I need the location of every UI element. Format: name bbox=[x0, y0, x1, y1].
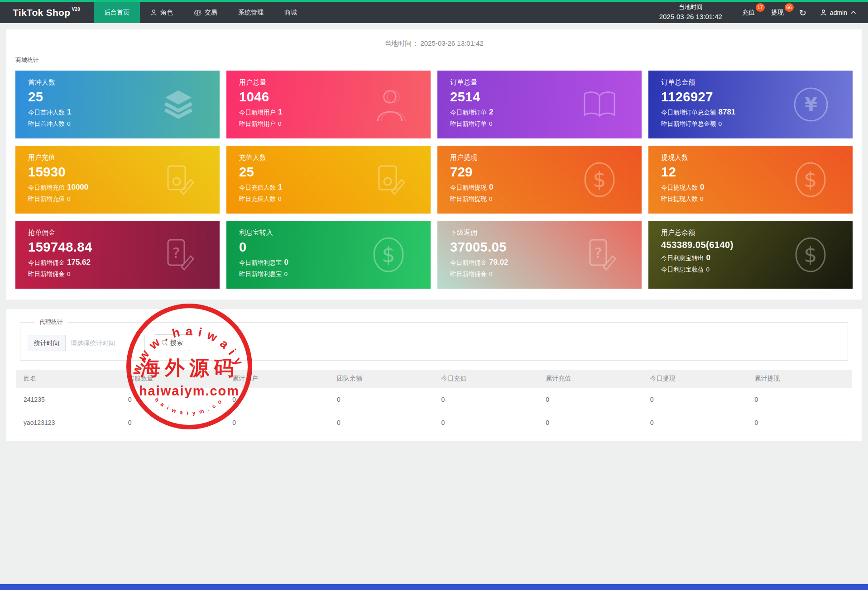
stat-card-user-total-balance: 用户总余额 453389.05(6140) 今日利息宝转出0 今日利息宝收益0 … bbox=[648, 221, 853, 289]
nav-item-transactions[interactable]: 交易 bbox=[183, 2, 228, 23]
stat-card-total-order-amount: 订单总金额 1126927 今日新增订单总金额8781 昨日新增订单总金额0 ¥ bbox=[648, 71, 853, 138]
question-pencil-icon: ? bbox=[163, 238, 196, 271]
card-line-label: 今日首冲人数 bbox=[28, 109, 65, 116]
card-title: 订单总金额 bbox=[661, 78, 853, 87]
column-header-total-users: 累计用户 bbox=[225, 370, 330, 388]
card-line-value: 2 bbox=[489, 108, 493, 116]
svg-text:$: $ bbox=[382, 243, 395, 267]
card-line-value: 0 bbox=[278, 195, 282, 202]
page-local-time-value: 2025-03-26 13:01:42 bbox=[420, 39, 483, 47]
withdraw-button[interactable]: 提现 66 bbox=[763, 2, 792, 23]
stat-card-total-orders: 订单总量 2514 今日新增订单2 昨日新增订单0 bbox=[437, 71, 642, 138]
local-time-label: 当地时间 bbox=[659, 3, 722, 12]
card-line-label: 昨日新增订单总金额 bbox=[661, 120, 716, 127]
card-line-label: 今日提现人数 bbox=[661, 184, 698, 191]
stat-time-input[interactable] bbox=[65, 335, 145, 351]
cell-value: 0 bbox=[434, 411, 539, 434]
stat-cards-grid: 首冲人数 25 今日首冲人数1 昨日首冲人数0 用户总量 1046 今日新增用户… bbox=[15, 71, 853, 289]
card-line-label: 昨日新增用户 bbox=[239, 120, 276, 127]
nav-local-time: 当地时间 2025-03-26 13:01:42 bbox=[659, 3, 722, 22]
card-line-label: 昨日首冲人数 bbox=[28, 120, 65, 127]
card-line-label: 今日新增佣金 bbox=[450, 259, 487, 266]
card-line-label: 今日新增充值 bbox=[28, 184, 65, 191]
card-line-value: 1 bbox=[67, 108, 71, 116]
table-row: 241235 0 0 0 0 0 0 0 bbox=[16, 388, 852, 411]
card-line-label: 昨日新增佣金 bbox=[28, 271, 65, 277]
card-line-label: 今日新增利息宝 bbox=[239, 259, 282, 266]
nav-right: 当地时间 2025-03-26 13:01:42 充值 17 提现 66 ↻ a… bbox=[659, 2, 868, 23]
brand-logo[interactable]: TikTok Shop V20 bbox=[0, 2, 94, 23]
agent-fieldset: 代理统计 统计时间 搜索 bbox=[20, 318, 848, 361]
cell-value: 0 bbox=[225, 411, 330, 434]
user-menu[interactable]: admin bbox=[814, 9, 868, 16]
column-header-service-count: 客服数量 bbox=[121, 370, 225, 388]
withdraw-badge: 66 bbox=[785, 3, 794, 12]
cell-value: 0 bbox=[747, 388, 852, 411]
nav-item-system[interactable]: 系统管理 bbox=[228, 2, 274, 23]
stats-section-title: 商城统计 bbox=[15, 56, 853, 64]
recharge-button[interactable]: 充值 17 bbox=[734, 2, 763, 23]
top-navbar: TikTok Shop V20 后台首页 角色 交易 系统管理 bbox=[0, 2, 868, 23]
cell-value: 0 bbox=[330, 411, 434, 434]
nav-item-dashboard[interactable]: 后台首页 bbox=[94, 2, 140, 23]
card-line-label: 昨日新增利息宝 bbox=[239, 271, 282, 277]
nav-item-label: 交易 bbox=[205, 9, 217, 17]
dollar-circle-icon: $ bbox=[581, 161, 618, 198]
dollar-circle-icon: $ bbox=[792, 236, 829, 273]
card-line-label: 今日新增佣金 bbox=[28, 259, 65, 266]
card-title: 订单总量 bbox=[450, 78, 642, 87]
cell-value: 0 bbox=[225, 388, 330, 411]
agent-filter-row: 统计时间 搜索 bbox=[28, 334, 848, 351]
card-line-label: 昨日新增提现 bbox=[450, 195, 487, 202]
dollar-circle-icon: $ bbox=[370, 236, 407, 273]
stats-panel: 当地时间： 2025-03-26 13:01:42 商城统计 首冲人数 25 今… bbox=[6, 29, 862, 300]
card-title: 下级返佣 bbox=[450, 228, 642, 237]
page-local-time-label: 当地时间： bbox=[384, 39, 418, 47]
card-line-value: 0 bbox=[284, 271, 288, 277]
svg-text:$: $ bbox=[593, 167, 606, 192]
note-pencil-icon bbox=[374, 163, 407, 196]
card-line-value: 0 bbox=[67, 271, 71, 277]
cell-value: 0 bbox=[121, 411, 225, 434]
card-line-value: 0 bbox=[278, 120, 282, 127]
column-header-name: 姓名 bbox=[16, 370, 121, 388]
card-line-label: 昨日提现人数 bbox=[661, 195, 698, 202]
cell-value: 0 bbox=[538, 388, 643, 411]
card-line-value: 1 bbox=[278, 183, 282, 191]
svg-text:¥: ¥ bbox=[805, 94, 817, 115]
column-header-total-withdraw: 累计提现 bbox=[747, 370, 852, 388]
refresh-icon[interactable]: ↻ bbox=[792, 8, 814, 18]
nav-item-label: 后台首页 bbox=[104, 9, 129, 17]
svg-text:$: $ bbox=[804, 243, 817, 267]
username: admin bbox=[830, 9, 847, 16]
column-header-total-recharge: 累计充值 bbox=[538, 370, 643, 388]
card-line-value: 79.02 bbox=[489, 258, 508, 266]
search-button[interactable]: 搜索 bbox=[154, 334, 190, 351]
card-line-label: 昨日充值人数 bbox=[239, 195, 276, 202]
card-line-value: 1 bbox=[278, 108, 282, 116]
agent-legend: 代理统计 bbox=[35, 318, 67, 326]
cell-value: 0 bbox=[643, 388, 748, 411]
svg-text:?: ? bbox=[595, 244, 602, 262]
nav-item-mall[interactable]: 商城 bbox=[274, 2, 307, 23]
column-header-today-recharge: 今日充值 bbox=[434, 370, 539, 388]
search-icon bbox=[161, 339, 168, 346]
column-header-team-balance: 团队余额 bbox=[330, 370, 434, 388]
card-line-label: 今日利息宝收益 bbox=[661, 266, 704, 273]
agent-panel: 代理统计 统计时间 搜索 姓名 客服数量 累计用户 团队余额 今日充值 累计充值 bbox=[6, 309, 862, 441]
scale-icon bbox=[194, 9, 201, 16]
card-line-value: 0 bbox=[489, 271, 493, 277]
card-line-value: 0 bbox=[489, 183, 493, 191]
nav-item-label: 商城 bbox=[284, 9, 297, 17]
card-line-value: 175.62 bbox=[67, 258, 91, 266]
card-line-value: 0 bbox=[284, 258, 288, 266]
stat-card-withdraw-users: 提现人数 12 今日提现人数0 昨日提现人数0 $ bbox=[648, 146, 853, 214]
cell-value: 0 bbox=[643, 411, 748, 434]
brand-text: TikTok Shop bbox=[13, 7, 70, 18]
card-line-value: 10000 bbox=[67, 183, 88, 191]
nav-item-roles[interactable]: 角色 bbox=[140, 2, 183, 23]
note-pencil-icon bbox=[163, 163, 196, 196]
stat-card-order-commission: 抢单佣金 159748.84 今日新增佣金175.62 昨日新增佣金0 ? bbox=[15, 221, 220, 289]
card-title: 首冲人数 bbox=[28, 78, 220, 87]
stat-card-recharge-users: 充值人数 25 今日充值人数1 昨日充值人数0 bbox=[226, 146, 431, 214]
